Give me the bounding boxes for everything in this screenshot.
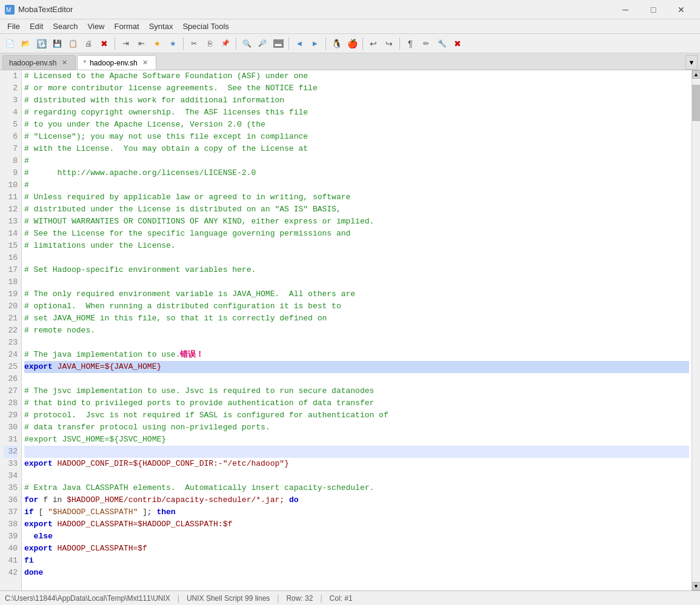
maximize-button[interactable]: □ [639,0,667,19]
line-34[interactable] [24,470,689,482]
selectall-icon: ▬ [273,39,284,48]
redo-btn[interactable]: ↪ [382,36,396,51]
cut-btn[interactable]: ✂ [187,36,201,51]
new-btn[interactable]: 📄 [2,36,17,51]
scroll-down-btn[interactable]: ▼ [692,582,701,590]
line-31[interactable]: #export JSVC_HOME=${JSVC_HOME} [24,434,689,446]
line-13[interactable]: # WITHOUT WARRANTIES OR CONDITIONS OF AN… [24,216,689,228]
linux-icon: 🐧 [332,39,342,48]
line-35[interactable]: # Extra Java CLASSPATH elements. Automat… [24,482,689,494]
wrench-btn[interactable]: 🔧 [435,36,449,51]
scroll-track[interactable] [692,79,701,582]
line-4[interactable]: # regarding copyright ownership. The ASF… [24,107,689,119]
line-28[interactable]: # that bind to privileged ports to provi… [24,397,689,409]
close-window-button[interactable]: ✕ [667,0,695,19]
line-1[interactable]: # Licensed to the Apache Software Founda… [24,70,689,82]
line-37[interactable]: if [ "$HADOOP_CLASSPATH" ]; then [24,506,689,518]
line-27[interactable]: # The jsvc implementation to use. Jsvc i… [24,385,689,397]
line-10[interactable]: # [24,179,689,191]
nav-left-btn[interactable]: ◀ [292,36,307,51]
line-5[interactable]: # to you under the Apache License, Versi… [24,119,689,131]
line-22[interactable]: # remote nodes. [24,325,689,337]
bookmark-btn[interactable]: ★ [150,36,164,51]
undo-icon: ↩ [370,39,377,48]
selectall-btn[interactable]: ▬ [271,36,285,51]
tab-2[interactable]: * hadoop-env.sh ✕ [77,55,156,70]
copy-btn[interactable]: ⎘ [202,36,217,51]
line-40[interactable]: export HADOOP_CLASSPATH=$f [24,543,689,555]
tab-scroll-down[interactable]: ▼ [685,55,698,70]
minimize-button[interactable]: ─ [612,0,639,19]
line-11[interactable]: # Unless required by applicable law or a… [24,191,689,203]
apple-icon: 🍎 [347,39,358,48]
status-bar: C:\Users\11844\AppData\Local\Temp\Mxt111… [0,590,700,605]
menu-edit[interactable]: Edit [25,21,48,32]
line-18[interactable] [24,276,689,288]
line-16[interactable] [24,252,689,264]
paste-icon: 📌 [221,39,230,47]
scroll-up-btn[interactable]: ▲ [692,70,701,79]
line-9[interactable]: # http://www.apache.org/licenses/LICENSE… [24,167,689,179]
tab-2-close[interactable]: ✕ [141,59,150,67]
print-btn[interactable]: 🖨 [81,36,96,51]
undo-btn[interactable]: ↩ [366,36,381,51]
line-36[interactable]: for f in $HADOOP_HOME/contrib/capacity-s… [24,494,689,506]
line-15[interactable]: # limitations under the License. [24,240,689,252]
indent-btn[interactable]: ⇥ [118,36,133,51]
editor-content[interactable]: # Licensed to the Apache Software Founda… [22,70,692,590]
closefile-btn[interactable]: ✖ [97,36,112,51]
line-23[interactable] [24,337,689,349]
line-6[interactable]: # "License"); you may not use this file … [24,131,689,143]
apple-btn[interactable]: 🍎 [345,36,359,51]
tab-1[interactable]: hadoop-env.sh ✕ [2,55,76,70]
paste-btn[interactable]: 📌 [218,36,233,51]
line-14[interactable]: # See the License for the specific langu… [24,228,689,240]
bookmark-icon: ★ [154,39,161,48]
findnext-btn[interactable]: 🔎 [255,36,270,51]
line-2[interactable]: # or more contributor license agreements… [24,82,689,94]
pencil-btn[interactable]: ✏ [419,36,433,51]
para-btn[interactable]: ¶ [403,36,418,51]
save-btn[interactable]: 💾 [50,36,64,51]
line-8[interactable]: # [24,155,689,167]
line-12[interactable]: # distributed under the License is distr… [24,203,689,216]
line-29[interactable]: # protocol. Jsvc is not required if SASL… [24,409,689,422]
bookmark2-btn[interactable]: ★ [165,36,180,51]
new-icon: 📄 [5,39,15,48]
indent-icon: ⇥ [122,39,129,48]
menu-syntax[interactable]: Syntax [144,21,178,32]
menu-special-tools[interactable]: Special Tools [178,21,233,32]
linux-btn[interactable]: 🐧 [329,36,344,51]
line-3[interactable]: # distributed with this work for additio… [24,94,689,107]
line-26[interactable] [24,373,689,385]
menu-search[interactable]: Search [48,21,82,32]
open-btn[interactable]: 📂 [18,36,33,51]
find-btn[interactable]: 🔍 [239,36,254,51]
line-38[interactable]: export HADOOP_CLASSPATH=$HADOOP_CLASSPAT… [24,518,689,531]
line-25[interactable]: export JAVA_HOME=${JAVA_HOME} [24,361,689,373]
close2-btn[interactable]: ✖ [450,36,465,51]
menu-file[interactable]: File [2,21,25,32]
line-32[interactable] [24,446,689,458]
menu-format[interactable]: Format [110,21,144,32]
line-19[interactable]: # The only required environment variable… [24,288,689,300]
scroll-thumb[interactable] [692,85,701,121]
line-30[interactable]: # data transfer protocol using non-privi… [24,422,689,434]
line-17[interactable]: # Set Hadoop-specific environment variab… [24,264,689,276]
tab-1-close[interactable]: ✕ [61,59,69,67]
line-33[interactable]: export HADOOP_CONF_DIR=${HADOOP_CONF_DIR… [24,458,689,470]
line-41[interactable]: fi [24,555,689,567]
reload-btn[interactable]: 🔃 [34,36,48,51]
unindent-btn[interactable]: ⇤ [134,36,148,51]
line-20[interactable]: # optional. When running a distributed c… [24,300,689,312]
nav-right-btn[interactable]: ▶ [308,36,322,51]
line-7[interactable]: # with the License. You may obtain a cop… [24,143,689,155]
line-21[interactable]: # set JAVA_HOME in this file, so that it… [24,312,689,325]
pencil-icon: ✏ [423,39,429,48]
saveas-btn[interactable]: 📋 [65,36,80,51]
menu-view[interactable]: View [83,21,110,32]
line-39[interactable]: else [24,531,689,543]
line-42[interactable]: done [24,567,689,579]
sep4 [288,38,289,50]
line-24[interactable]: # The java implementation to use.错误！ [24,349,689,361]
